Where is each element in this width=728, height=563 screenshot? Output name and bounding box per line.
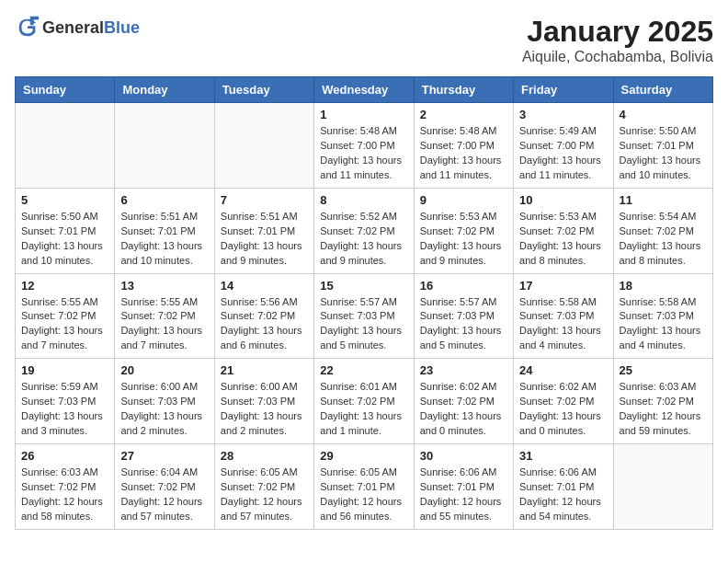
calendar-cell: 16Sunrise: 5:57 AMSunset: 7:03 PMDayligh… [414,273,513,359]
day-info: Sunrise: 5:58 AMSunset: 7:03 PMDaylight:… [519,295,607,354]
day-info: Sunrise: 6:00 AMSunset: 7:03 PMDaylight:… [120,380,208,439]
day-info: Sunrise: 5:53 AMSunset: 7:02 PMDaylight:… [420,210,507,269]
calendar-cell: 23Sunrise: 6:02 AMSunset: 7:02 PMDayligh… [414,359,513,444]
calendar-cell: 31Sunrise: 6:06 AMSunset: 7:01 PMDayligh… [514,444,613,530]
calendar-table: SundayMondayTuesdayWednesdayThursdayFrid… [15,76,713,530]
calendar-cell: 28Sunrise: 6:05 AMSunset: 7:02 PMDayligh… [214,444,313,530]
day-info: Sunrise: 5:48 AMSunset: 7:00 PMDaylight:… [320,124,407,183]
calendar-cell: 5Sunrise: 5:50 AMSunset: 7:01 PMDaylight… [16,188,115,273]
day-info: Sunrise: 5:57 AMSunset: 7:03 PMDaylight:… [320,295,407,354]
weekday-header-sunday: Sunday [16,77,115,103]
day-number: 28 [221,449,308,463]
day-number: 5 [21,193,108,207]
day-number: 31 [519,449,607,463]
logo-general: General [42,18,104,37]
day-info: Sunrise: 6:06 AMSunset: 7:01 PMDaylight:… [420,465,507,524]
day-info: Sunrise: 6:06 AMSunset: 7:01 PMDaylight:… [519,465,607,524]
calendar-cell: 4Sunrise: 5:50 AMSunset: 7:01 PMDaylight… [613,103,712,189]
day-info: Sunrise: 6:03 AMSunset: 7:02 PMDaylight:… [21,465,108,524]
day-number: 3 [519,108,607,121]
day-info: Sunrise: 5:58 AMSunset: 7:03 PMDaylight:… [620,295,707,354]
calendar-cell [115,103,214,189]
calendar-cell: 10Sunrise: 5:53 AMSunset: 7:02 PMDayligh… [514,188,613,273]
calendar-cell: 8Sunrise: 5:52 AMSunset: 7:02 PMDaylight… [314,188,414,273]
calendar-cell: 27Sunrise: 6:04 AMSunset: 7:02 PMDayligh… [115,444,214,530]
day-info: Sunrise: 6:05 AMSunset: 7:02 PMDaylight:… [221,465,308,524]
day-number: 27 [120,449,208,463]
day-number: 11 [620,193,707,207]
calendar-cell: 2Sunrise: 5:48 AMSunset: 7:00 PMDaylight… [414,103,513,189]
calendar-cell: 12Sunrise: 5:55 AMSunset: 7:02 PMDayligh… [16,273,115,359]
day-info: Sunrise: 6:02 AMSunset: 7:02 PMDaylight:… [420,380,507,439]
day-info: Sunrise: 6:05 AMSunset: 7:01 PMDaylight:… [320,465,407,524]
day-info: Sunrise: 6:03 AMSunset: 7:02 PMDaylight:… [620,380,707,439]
day-number: 7 [221,193,308,207]
calendar-cell [613,444,712,530]
day-info: Sunrise: 5:51 AMSunset: 7:01 PMDaylight:… [221,210,308,269]
day-info: Sunrise: 6:04 AMSunset: 7:02 PMDaylight:… [120,465,208,524]
calendar-cell: 30Sunrise: 6:06 AMSunset: 7:01 PMDayligh… [414,444,513,530]
day-number: 22 [320,363,407,377]
day-info: Sunrise: 6:02 AMSunset: 7:02 PMDaylight:… [519,380,607,439]
day-number: 18 [620,279,707,293]
weekday-header-friday: Friday [514,77,613,103]
day-number: 15 [320,279,407,293]
calendar-cell: 1Sunrise: 5:48 AMSunset: 7:00 PMDaylight… [314,103,414,189]
calendar-cell: 26Sunrise: 6:03 AMSunset: 7:02 PMDayligh… [16,444,115,530]
day-info: Sunrise: 6:01 AMSunset: 7:02 PMDaylight:… [320,380,407,439]
calendar-cell: 18Sunrise: 5:58 AMSunset: 7:03 PMDayligh… [613,273,712,359]
day-number: 1 [320,108,407,121]
weekday-header-monday: Monday [115,77,214,103]
day-info: Sunrise: 5:57 AMSunset: 7:03 PMDaylight:… [420,295,507,354]
calendar-cell: 15Sunrise: 5:57 AMSunset: 7:03 PMDayligh… [314,273,414,359]
day-number: 17 [519,279,607,293]
day-info: Sunrise: 6:00 AMSunset: 7:03 PMDaylight:… [221,380,308,439]
day-info: Sunrise: 5:49 AMSunset: 7:00 PMDaylight:… [519,124,607,183]
day-info: Sunrise: 5:52 AMSunset: 7:02 PMDaylight:… [320,210,407,269]
day-info: Sunrise: 5:55 AMSunset: 7:02 PMDaylight:… [21,295,108,354]
calendar-week-row: 12Sunrise: 5:55 AMSunset: 7:02 PMDayligh… [16,273,713,359]
calendar-week-row: 26Sunrise: 6:03 AMSunset: 7:02 PMDayligh… [16,444,713,530]
day-number: 6 [120,193,208,207]
day-number: 8 [320,193,407,207]
location: Aiquile, Cochabamba, Bolivia [522,49,713,65]
calendar-week-row: 19Sunrise: 5:59 AMSunset: 7:03 PMDayligh… [16,359,713,444]
weekday-header-saturday: Saturday [613,77,712,103]
day-number: 4 [620,108,707,121]
day-number: 10 [519,193,607,207]
day-number: 21 [221,363,308,377]
day-info: Sunrise: 5:48 AMSunset: 7:00 PMDaylight:… [420,124,507,183]
calendar-cell: 7Sunrise: 5:51 AMSunset: 7:01 PMDaylight… [214,188,313,273]
calendar-cell: 14Sunrise: 5:56 AMSunset: 7:02 PMDayligh… [214,273,313,359]
calendar-cell: 17Sunrise: 5:58 AMSunset: 7:03 PMDayligh… [514,273,613,359]
calendar-cell: 13Sunrise: 5:55 AMSunset: 7:02 PMDayligh… [115,273,214,359]
day-number: 19 [21,363,108,377]
day-number: 24 [519,363,607,377]
logo: GeneralBlue [15,15,140,40]
day-number: 12 [21,279,108,293]
month-title: January 2025 [522,15,713,49]
day-number: 20 [120,363,208,377]
title-block: January 2025 Aiquile, Cochabamba, Bolivi… [522,15,713,65]
calendar-cell: 25Sunrise: 6:03 AMSunset: 7:02 PMDayligh… [613,359,712,444]
calendar-cell: 3Sunrise: 5:49 AMSunset: 7:00 PMDaylight… [514,103,613,189]
weekday-header-tuesday: Tuesday [214,77,313,103]
calendar-cell: 22Sunrise: 6:01 AMSunset: 7:02 PMDayligh… [314,359,414,444]
day-info: Sunrise: 5:50 AMSunset: 7:01 PMDaylight:… [21,210,108,269]
day-info: Sunrise: 5:55 AMSunset: 7:02 PMDaylight:… [120,295,208,354]
logo-icon [15,15,40,40]
day-number: 29 [320,449,407,463]
calendar-week-row: 5Sunrise: 5:50 AMSunset: 7:01 PMDaylight… [16,188,713,273]
calendar-cell: 19Sunrise: 5:59 AMSunset: 7:03 PMDayligh… [16,359,115,444]
day-number: 13 [120,279,208,293]
day-number: 25 [620,363,707,377]
day-info: Sunrise: 5:59 AMSunset: 7:03 PMDaylight:… [21,380,108,439]
calendar-cell: 29Sunrise: 6:05 AMSunset: 7:01 PMDayligh… [314,444,414,530]
page-header: GeneralBlue January 2025 Aiquile, Cochab… [15,15,713,65]
calendar-cell: 24Sunrise: 6:02 AMSunset: 7:02 PMDayligh… [514,359,613,444]
day-number: 9 [420,193,507,207]
weekday-header-wednesday: Wednesday [314,77,414,103]
day-number: 26 [21,449,108,463]
weekday-header-row: SundayMondayTuesdayWednesdayThursdayFrid… [16,77,713,103]
calendar-cell: 9Sunrise: 5:53 AMSunset: 7:02 PMDaylight… [414,188,513,273]
